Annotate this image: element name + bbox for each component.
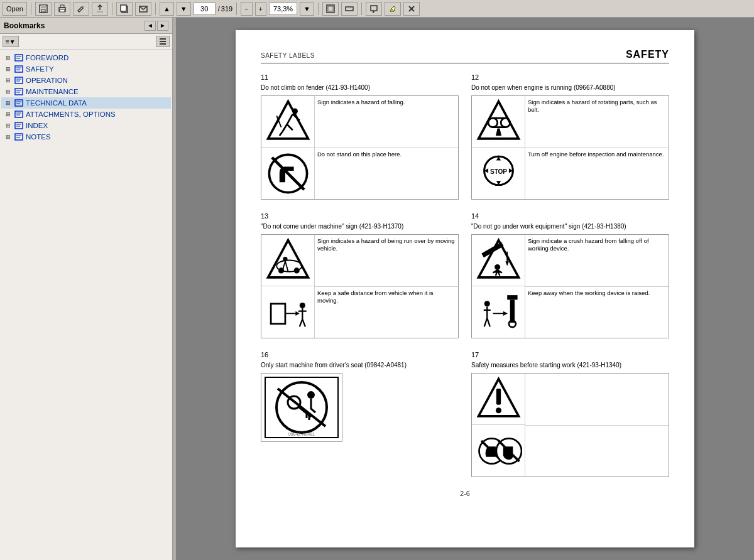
sidebar-nav-prev[interactable]: ◄	[145, 21, 156, 31]
safety-item-16-number: 16	[261, 351, 459, 358]
svg-point-67	[484, 301, 490, 306]
safety-item-16-title: Only start machine from driver's seat (0…	[261, 361, 459, 369]
separator-1	[31, 3, 31, 15]
sidebar-item-notes-label: NOTES	[26, 133, 51, 141]
svg-marker-41	[268, 102, 309, 139]
copy-button[interactable]	[116, 2, 133, 16]
sidebar-item-operation[interactable]: ⊞ OPERATION	[1, 75, 171, 86]
safety-item-17-text1	[525, 374, 669, 426]
safety-item-17-text2	[525, 426, 669, 477]
safety-item-11: 11 Do not climb on fender (421-93-H1400)	[261, 73, 459, 200]
safety-item-16-sign: 09842-A0481	[264, 376, 339, 439]
page-header: SAFETY LABELS SAFETY	[261, 49, 669, 63]
print-button[interactable]	[54, 2, 70, 16]
sidebar-item-index-label: INDEX	[26, 122, 48, 129]
toolbar: Open ▲ ▼ / 319 − + ▼	[0, 0, 754, 18]
zoom-in-button[interactable]: +	[255, 2, 266, 16]
tools-button[interactable]	[403, 2, 420, 16]
svg-rect-14	[160, 38, 166, 40]
safety-item-14-title: "Do not go under work equipment" sign (4…	[471, 222, 669, 230]
comment-button[interactable]	[366, 2, 382, 16]
svg-rect-11	[346, 7, 353, 11]
svg-rect-70	[507, 295, 517, 299]
safety-item-11-sign1	[261, 96, 315, 148]
safety-item-11-texts: Sign indicates a hazard of falling. Do n…	[315, 96, 458, 199]
safety-item-14-content: Sign indicate a crush hazard from fallin…	[471, 234, 669, 338]
expander-safety: ⊞	[4, 65, 13, 73]
separator-2	[112, 3, 112, 15]
svg-rect-20	[15, 66, 23, 72]
safety-item-13-images	[261, 235, 315, 338]
highlight-button[interactable]	[385, 2, 401, 16]
bookmark-icon-notes	[14, 132, 24, 141]
safety-item-17-number: 17	[471, 351, 669, 358]
svg-marker-69	[503, 311, 508, 315]
zoom-out-button[interactable]: −	[241, 2, 252, 16]
zoom-input[interactable]	[269, 3, 297, 15]
sidebar-item-safety-label: SAFETY	[26, 65, 54, 73]
fit-width-button[interactable]	[341, 2, 358, 16]
svg-rect-16	[160, 43, 166, 45]
sidebar-item-foreword-label: FOREWORD	[26, 54, 68, 62]
svg-rect-10	[328, 6, 333, 11]
bookmark-icon-foreword	[14, 53, 24, 62]
svg-rect-7	[121, 5, 126, 11]
open-button[interactable]: Open	[3, 2, 27, 16]
bookmark-icon-maintenance	[14, 87, 24, 96]
svg-point-84	[496, 407, 501, 413]
sidebar-options-btn[interactable]	[156, 36, 170, 47]
safety-grid-row3: 16 Only start machine from driver's seat…	[261, 351, 669, 477]
zoom-dropdown-button[interactable]: ▼	[300, 2, 314, 16]
sidebar-item-foreword[interactable]: ⊞ FOREWORD	[1, 52, 171, 63]
document-page: SAFETY LABELS SAFETY 11 Do not climb on …	[236, 30, 694, 547]
safety-item-12-title: Do not open when engine is running (0966…	[471, 83, 669, 92]
safety-item-13-sign1	[261, 235, 315, 286]
safety-item-12-text1: Sign indicates a hazard of rotating part…	[525, 96, 669, 148]
sidebar-item-operation-label: OPERATION	[26, 77, 68, 84]
safety-item-17-sign1	[472, 374, 525, 425]
safety-item-12-images: STOP	[472, 96, 525, 199]
nav-next-button[interactable]: ▼	[177, 2, 191, 16]
safety-item-11-sign2	[261, 148, 315, 199]
svg-rect-29	[15, 100, 23, 106]
fit-page-button[interactable]	[322, 2, 339, 16]
edit-button[interactable]	[73, 2, 89, 16]
sidebar-item-attachments[interactable]: ⊞ ATTACHMENTS, OPTIONS	[1, 109, 171, 120]
sidebar-nav-next[interactable]: ►	[157, 21, 168, 31]
safety-item-14-texts: Sign indicate a crush hazard from fallin…	[525, 235, 669, 338]
safety-item-17: 17 Safety measures before starting work …	[471, 351, 669, 477]
safety-item-12-sign1	[472, 96, 525, 148]
nav-prev-button[interactable]: ▲	[160, 2, 174, 16]
expander-foreword: ⊞	[4, 53, 13, 62]
safety-item-13-title: "Do not come under machine" sign (421-93…	[261, 222, 459, 230]
svg-point-65	[494, 264, 500, 270]
safety-item-11-images	[261, 96, 315, 199]
svg-point-58	[283, 257, 287, 261]
save-button[interactable]	[35, 2, 52, 16]
safety-item-14-number: 14	[471, 212, 669, 220]
safety-item-11-text1: Sign indicates a hazard of falling.	[315, 96, 458, 148]
page-number: 2-6	[460, 490, 470, 497]
sidebar-item-maintenance[interactable]: ⊞ MAINTENANCE	[1, 86, 171, 97]
safety-item-12-sign2: STOP	[472, 148, 525, 199]
page-number-input[interactable]	[194, 3, 216, 15]
safety-item-14-images	[472, 235, 525, 338]
svg-point-62	[300, 302, 305, 308]
sidebar-item-safety[interactable]: ⊞ SAFETY	[1, 63, 171, 75]
safety-item-13-text1: Sign indicates a hazard of being run ove…	[315, 235, 458, 287]
bookmarks-tree: ⊞ FOREWORD ⊞ SAFETY ⊞ OPERATION	[0, 50, 172, 560]
sidebar-expand-btn[interactable]: ≡▼	[3, 36, 19, 47]
bookmark-icon-attachments	[14, 110, 24, 119]
safety-item-12: 12 Do not open when engine is running (0…	[471, 73, 669, 200]
svg-rect-15	[160, 41, 166, 42]
safety-item-13: 13 "Do not come under machine" sign (421…	[261, 212, 459, 338]
email-button[interactable]	[135, 2, 151, 16]
separator-6	[361, 3, 362, 15]
svg-point-80	[307, 391, 315, 399]
sidebar-item-index[interactable]: ⊞ INDEX	[1, 120, 171, 131]
sidebar-item-technical-data[interactable]: ⊞ TECHNICAL DATA	[1, 97, 171, 109]
page-header-right: SAFETY	[626, 49, 669, 60]
upload-button[interactable]	[92, 2, 108, 16]
safety-item-11-number: 11	[261, 73, 459, 81]
sidebar-item-notes[interactable]: ⊞ NOTES	[1, 131, 171, 143]
